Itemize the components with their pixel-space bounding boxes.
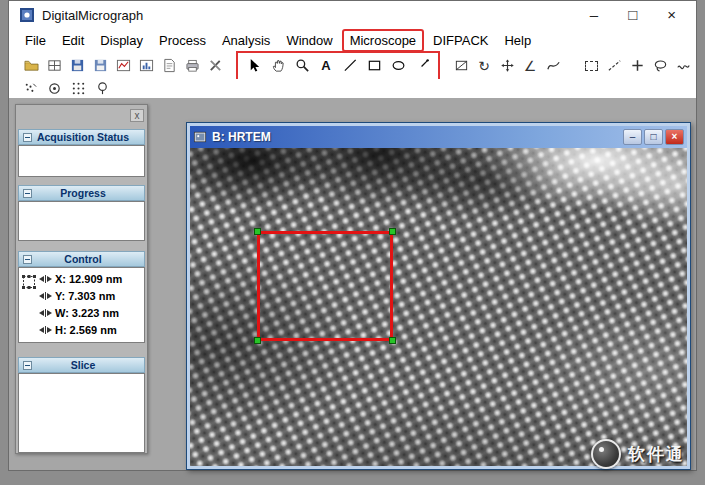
watermark: 软件通: [591, 439, 685, 469]
menu-window[interactable]: Window: [278, 31, 340, 50]
tool-group-annotation: A: [236, 51, 440, 81]
image-close-button[interactable]: ×: [665, 129, 684, 145]
watermark-logo-icon: [591, 439, 621, 469]
control-row-x: X: 12.909 nm: [38, 270, 143, 287]
w-label: W:: [55, 307, 69, 319]
section-title: Control: [36, 253, 130, 265]
pointer-tool-icon[interactable]: [244, 56, 264, 76]
pick-tool-icon[interactable]: [412, 56, 432, 76]
rotate-icon[interactable]: ↻: [474, 56, 494, 76]
menu-help[interactable]: Help: [496, 31, 539, 50]
close-button[interactable]: ×: [667, 6, 676, 24]
curve-icon[interactable]: [543, 56, 563, 76]
angle-icon[interactable]: ∠: [520, 56, 540, 76]
image-window-title: B: HRTEM: [212, 130, 271, 144]
save-icon[interactable]: [67, 56, 87, 76]
h-value: 2.569 nm: [70, 324, 117, 336]
hrtem-image-canvas[interactable]: [190, 148, 687, 466]
selection-handle-top-left[interactable]: [254, 228, 261, 235]
line-tool-icon[interactable]: [340, 56, 360, 76]
histogram-icon[interactable]: [136, 56, 156, 76]
oval-tool-icon[interactable]: [388, 56, 408, 76]
section-control[interactable]: Control: [18, 251, 145, 267]
tools-icon[interactable]: [205, 56, 225, 76]
control-row-y: Y: 7.303 nm: [38, 287, 143, 304]
rect-tool-icon[interactable]: [364, 56, 384, 76]
minimize-button[interactable]: –: [590, 6, 598, 24]
image-maximize-button[interactable]: □: [644, 129, 663, 145]
freehand-icon[interactable]: [673, 56, 693, 76]
progress-content: [18, 201, 145, 241]
balloon-icon[interactable]: [93, 80, 111, 98]
collapse-button[interactable]: [23, 133, 32, 142]
dashed-line-icon[interactable]: [604, 56, 624, 76]
acquisition-status-content: [18, 145, 145, 177]
desktop: DigitalMicrograph – □ × File Edit Displa…: [0, 0, 705, 485]
section-progress[interactable]: Progress: [18, 185, 145, 201]
menu-edit[interactable]: Edit: [54, 31, 92, 50]
collapse-button[interactable]: [23, 255, 32, 264]
menu-file[interactable]: File: [17, 31, 54, 50]
slice-content: [18, 373, 145, 453]
title-bar: DigitalMicrograph – □ ×: [9, 1, 696, 29]
palette-header: x: [16, 105, 147, 129]
section-slice[interactable]: Slice: [18, 357, 145, 373]
maximize-button[interactable]: □: [628, 6, 637, 24]
floating-palette: x Acquisition Status Progress Control: [15, 104, 148, 454]
app-title: DigitalMicrograph: [42, 8, 143, 23]
menu-display[interactable]: Display: [92, 31, 151, 50]
menu-difpack[interactable]: DIFPACK: [425, 31, 496, 50]
image-window: B: HRTEM – □ ×: [186, 122, 691, 470]
roi-selection-rect[interactable]: [257, 231, 393, 341]
section-title: Acquisition Status: [36, 131, 130, 143]
collapse-button[interactable]: [23, 189, 32, 198]
roi-rect-icon[interactable]: [451, 56, 471, 76]
y-stepper[interactable]: [39, 292, 52, 300]
app-icon: [19, 7, 35, 23]
palette-close-button[interactable]: x: [130, 109, 144, 122]
collapse-button[interactable]: [23, 361, 32, 370]
hand-tool-icon[interactable]: [268, 56, 288, 76]
spray-icon[interactable]: [21, 80, 39, 98]
w-stepper[interactable]: [39, 309, 52, 317]
dot-grid-icon[interactable]: [69, 80, 87, 98]
control-row-w: W: 3.223 nm: [38, 304, 143, 321]
selection-handle-top-right[interactable]: [389, 228, 396, 235]
grid-icon[interactable]: [44, 56, 64, 76]
marquee-icon[interactable]: [581, 56, 601, 76]
print-icon[interactable]: [182, 56, 202, 76]
save-as-icon[interactable]: [90, 56, 110, 76]
section-acquisition-status[interactable]: Acquisition Status: [18, 129, 145, 145]
secondary-toolbar: [9, 79, 696, 98]
menu-microscope[interactable]: Microscope: [342, 29, 424, 52]
section-title: Slice: [36, 359, 130, 371]
selection-rect-icon: [21, 274, 37, 340]
move-target-icon[interactable]: [497, 56, 517, 76]
control-content: X: 12.909 nm Y: 7.303 nm W: 3.223 nm: [18, 267, 145, 343]
ring-dot-icon[interactable]: [45, 80, 63, 98]
x-stepper[interactable]: [39, 275, 52, 283]
menu-analysis[interactable]: Analysis: [214, 31, 278, 50]
crosshair-icon[interactable]: [627, 56, 647, 76]
window-controls: – □ ×: [590, 6, 686, 24]
y-label: Y:: [55, 290, 65, 302]
w-value: 3.223 nm: [72, 307, 119, 319]
zoom-tool-icon[interactable]: [292, 56, 312, 76]
image-file-icon: [193, 130, 207, 144]
menu-bar: File Edit Display Process Analysis Windo…: [9, 29, 696, 52]
control-row-h: H: 2.569 nm: [38, 321, 143, 338]
section-title: Progress: [36, 187, 130, 199]
h-stepper[interactable]: [39, 326, 52, 334]
image-minimize-button[interactable]: –: [623, 129, 642, 145]
open-icon[interactable]: [21, 56, 41, 76]
image-window-controls: – □ ×: [623, 129, 684, 145]
control-rows: X: 12.909 nm Y: 7.303 nm W: 3.223 nm: [38, 270, 143, 340]
page-info-icon[interactable]: [159, 56, 179, 76]
line-plot-icon[interactable]: [113, 56, 133, 76]
text-tool-icon[interactable]: A: [316, 56, 336, 76]
selection-handle-bottom-left[interactable]: [254, 337, 261, 344]
menu-process[interactable]: Process: [151, 31, 214, 50]
image-window-titlebar[interactable]: B: HRTEM – □ ×: [190, 126, 687, 148]
lasso-icon[interactable]: [650, 56, 670, 76]
selection-handle-bottom-right[interactable]: [389, 337, 396, 344]
